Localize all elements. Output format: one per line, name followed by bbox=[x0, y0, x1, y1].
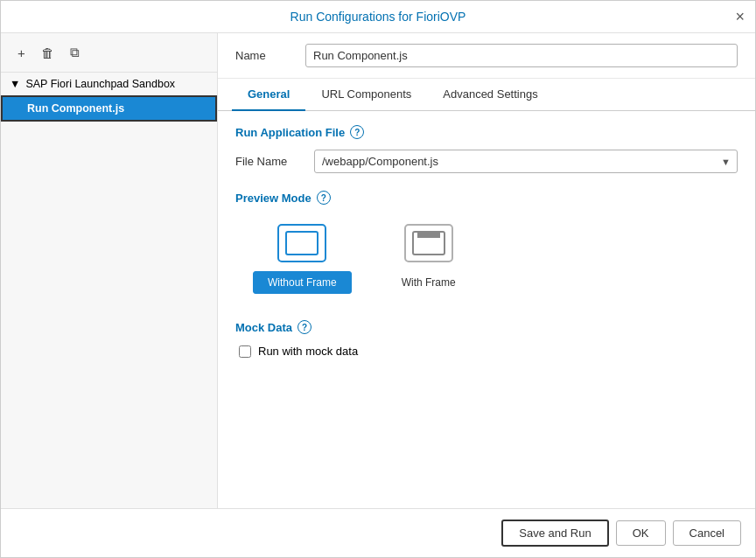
close-button[interactable]: × bbox=[735, 9, 745, 24]
without-frame-icon bbox=[285, 231, 318, 255]
run-app-file-help-icon[interactable]: ? bbox=[350, 125, 364, 139]
tab-general[interactable]: General bbox=[232, 79, 305, 111]
add-config-button[interactable]: + bbox=[11, 41, 32, 65]
without-frame-option[interactable]: Without Frame bbox=[253, 224, 352, 294]
right-panel: Name General URL Components Advanced Set… bbox=[218, 33, 755, 508]
file-name-select-wrapper: /webapp/Component.js /webapp/index.html … bbox=[314, 150, 738, 173]
dialog-title: Run Configurations for FioriOVP bbox=[290, 10, 466, 24]
tree-parent-item[interactable]: ▼ SAP Fiori Launchpad Sandbox bbox=[1, 73, 217, 95]
name-label: Name bbox=[235, 49, 305, 62]
tree-child-label: Run Component.js bbox=[27, 102, 124, 115]
without-frame-button[interactable]: Without Frame bbox=[253, 271, 352, 294]
save-and-run-button[interactable]: Save and Run bbox=[501, 520, 608, 547]
name-input[interactable] bbox=[305, 44, 738, 67]
name-row: Name bbox=[218, 33, 755, 79]
with-frame-option[interactable]: With Frame bbox=[387, 224, 471, 294]
tree-child-item[interactable]: Run Component.js bbox=[1, 95, 217, 122]
dialog-footer: Save and Run OK Cancel bbox=[1, 508, 755, 557]
left-toolbar: + 🗑 ⧉ bbox=[1, 33, 217, 73]
delete-config-button[interactable]: 🗑 bbox=[35, 41, 60, 65]
copy-config-button[interactable]: ⧉ bbox=[64, 40, 86, 65]
run-configurations-dialog: Run Configurations for FioriOVP × + 🗑 ⧉ … bbox=[0, 0, 756, 558]
tab-url-components[interactable]: URL Components bbox=[305, 79, 427, 111]
file-name-label: File Name bbox=[235, 155, 314, 168]
preview-mode-title: Preview Mode ? bbox=[235, 191, 738, 205]
preview-options: Without Frame With Frame bbox=[235, 215, 738, 303]
left-panel: + 🗑 ⧉ ▼ SAP Fiori Launchpad Sandbox Run … bbox=[1, 33, 218, 508]
preview-mode-help-icon[interactable]: ? bbox=[317, 191, 331, 205]
run-app-file-section: Run Application File ? File Name /webapp… bbox=[235, 125, 738, 173]
cancel-button[interactable]: Cancel bbox=[673, 520, 741, 546]
mock-checkbox-row: Run with mock data bbox=[235, 345, 738, 358]
run-app-file-title: Run Application File ? bbox=[235, 125, 738, 139]
preview-mode-section: Preview Mode ? Without Frame bbox=[235, 191, 738, 303]
tab-content-general: Run Application File ? File Name /webapp… bbox=[218, 111, 755, 508]
with-frame-icon-box bbox=[404, 224, 453, 262]
mock-data-help-icon[interactable]: ? bbox=[298, 320, 312, 334]
file-name-select[interactable]: /webapp/Component.js /webapp/index.html bbox=[314, 150, 738, 173]
dialog-header: Run Configurations for FioriOVP × bbox=[1, 1, 755, 33]
tab-advanced-settings[interactable]: Advanced Settings bbox=[427, 79, 553, 111]
mock-data-title: Mock Data ? bbox=[235, 320, 738, 334]
dialog-body: + 🗑 ⧉ ▼ SAP Fiori Launchpad Sandbox Run … bbox=[1, 33, 755, 508]
tree-arrow-icon: ▼ bbox=[10, 78, 20, 90]
file-name-row: File Name /webapp/Component.js /webapp/i… bbox=[235, 150, 738, 173]
tabs-bar: General URL Components Advanced Settings bbox=[218, 79, 755, 111]
ok-button[interactable]: OK bbox=[616, 520, 666, 546]
mock-data-section: Mock Data ? Run with mock data bbox=[235, 320, 738, 358]
with-frame-button[interactable]: With Frame bbox=[387, 271, 471, 294]
without-frame-icon-box bbox=[277, 224, 326, 262]
mock-data-checkbox[interactable] bbox=[239, 345, 251, 358]
tree-parent-label: SAP Fiori Launchpad Sandbox bbox=[25, 78, 175, 90]
with-frame-icon bbox=[412, 231, 445, 255]
mock-checkbox-label: Run with mock data bbox=[258, 345, 358, 358]
